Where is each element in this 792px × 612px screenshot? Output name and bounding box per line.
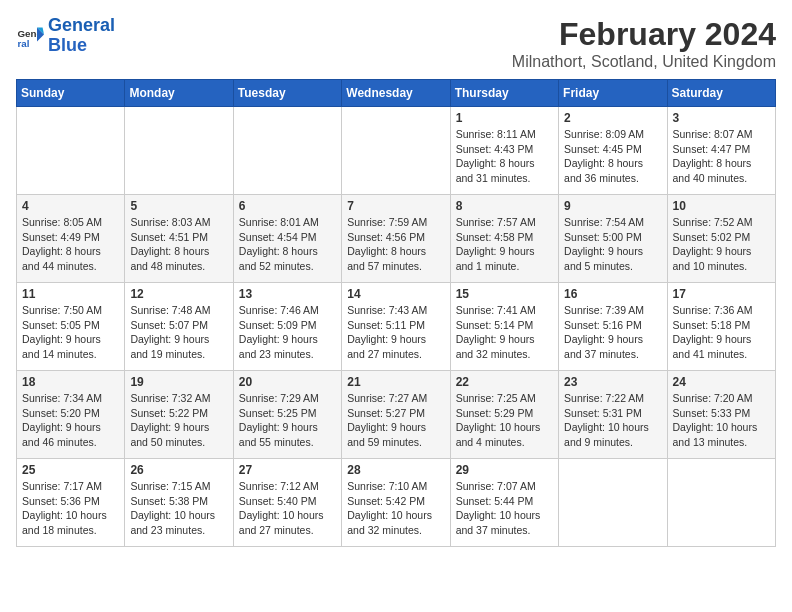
logo: Gene ral General Blue xyxy=(16,16,115,56)
day-info: Sunrise: 7:20 AMSunset: 5:33 PMDaylight:… xyxy=(673,391,770,450)
day-info: Sunrise: 7:57 AMSunset: 4:58 PMDaylight:… xyxy=(456,215,553,274)
page-header: Gene ral General Blue February 2024 Miln… xyxy=(16,16,776,71)
table-row: 10Sunrise: 7:52 AMSunset: 5:02 PMDayligh… xyxy=(667,195,775,283)
table-row: 15Sunrise: 7:41 AMSunset: 5:14 PMDayligh… xyxy=(450,283,558,371)
day-number: 23 xyxy=(564,375,661,389)
table-row: 29Sunrise: 7:07 AMSunset: 5:44 PMDayligh… xyxy=(450,459,558,547)
header-thursday: Thursday xyxy=(450,80,558,107)
logo-icon: Gene ral xyxy=(16,22,44,50)
day-number: 1 xyxy=(456,111,553,125)
header-saturday: Saturday xyxy=(667,80,775,107)
table-row: 17Sunrise: 7:36 AMSunset: 5:18 PMDayligh… xyxy=(667,283,775,371)
table-row: 27Sunrise: 7:12 AMSunset: 5:40 PMDayligh… xyxy=(233,459,341,547)
day-number: 22 xyxy=(456,375,553,389)
day-info: Sunrise: 8:03 AMSunset: 4:51 PMDaylight:… xyxy=(130,215,227,274)
day-number: 28 xyxy=(347,463,444,477)
day-info: Sunrise: 7:43 AMSunset: 5:11 PMDaylight:… xyxy=(347,303,444,362)
table-row xyxy=(667,459,775,547)
calendar-week-3: 11Sunrise: 7:50 AMSunset: 5:05 PMDayligh… xyxy=(17,283,776,371)
day-info: Sunrise: 7:29 AMSunset: 5:25 PMDaylight:… xyxy=(239,391,336,450)
table-row: 1Sunrise: 8:11 AMSunset: 4:43 PMDaylight… xyxy=(450,107,558,195)
day-number: 25 xyxy=(22,463,119,477)
day-number: 29 xyxy=(456,463,553,477)
day-info: Sunrise: 7:39 AMSunset: 5:16 PMDaylight:… xyxy=(564,303,661,362)
day-info: Sunrise: 7:59 AMSunset: 4:56 PMDaylight:… xyxy=(347,215,444,274)
day-info: Sunrise: 7:50 AMSunset: 5:05 PMDaylight:… xyxy=(22,303,119,362)
day-number: 13 xyxy=(239,287,336,301)
day-info: Sunrise: 7:07 AMSunset: 5:44 PMDaylight:… xyxy=(456,479,553,538)
day-number: 7 xyxy=(347,199,444,213)
day-info: Sunrise: 7:46 AMSunset: 5:09 PMDaylight:… xyxy=(239,303,336,362)
table-row: 19Sunrise: 7:32 AMSunset: 5:22 PMDayligh… xyxy=(125,371,233,459)
table-row: 26Sunrise: 7:15 AMSunset: 5:38 PMDayligh… xyxy=(125,459,233,547)
table-row: 13Sunrise: 7:46 AMSunset: 5:09 PMDayligh… xyxy=(233,283,341,371)
table-row: 12Sunrise: 7:48 AMSunset: 5:07 PMDayligh… xyxy=(125,283,233,371)
header-wednesday: Wednesday xyxy=(342,80,450,107)
day-number: 20 xyxy=(239,375,336,389)
day-info: Sunrise: 8:11 AMSunset: 4:43 PMDaylight:… xyxy=(456,127,553,186)
table-row: 25Sunrise: 7:17 AMSunset: 5:36 PMDayligh… xyxy=(17,459,125,547)
day-info: Sunrise: 7:22 AMSunset: 5:31 PMDaylight:… xyxy=(564,391,661,450)
table-row: 2Sunrise: 8:09 AMSunset: 4:45 PMDaylight… xyxy=(559,107,667,195)
day-info: Sunrise: 7:36 AMSunset: 5:18 PMDaylight:… xyxy=(673,303,770,362)
calendar-week-5: 25Sunrise: 7:17 AMSunset: 5:36 PMDayligh… xyxy=(17,459,776,547)
header-monday: Monday xyxy=(125,80,233,107)
title-area: February 2024 Milnathort, Scotland, Unit… xyxy=(512,16,776,71)
day-number: 15 xyxy=(456,287,553,301)
day-info: Sunrise: 7:41 AMSunset: 5:14 PMDaylight:… xyxy=(456,303,553,362)
table-row: 6Sunrise: 8:01 AMSunset: 4:54 PMDaylight… xyxy=(233,195,341,283)
day-number: 14 xyxy=(347,287,444,301)
day-info: Sunrise: 7:48 AMSunset: 5:07 PMDaylight:… xyxy=(130,303,227,362)
table-row xyxy=(342,107,450,195)
table-row: 11Sunrise: 7:50 AMSunset: 5:05 PMDayligh… xyxy=(17,283,125,371)
table-row xyxy=(17,107,125,195)
day-number: 2 xyxy=(564,111,661,125)
calendar-week-2: 4Sunrise: 8:05 AMSunset: 4:49 PMDaylight… xyxy=(17,195,776,283)
header-sunday: Sunday xyxy=(17,80,125,107)
day-number: 24 xyxy=(673,375,770,389)
table-row: 7Sunrise: 7:59 AMSunset: 4:56 PMDaylight… xyxy=(342,195,450,283)
table-row: 14Sunrise: 7:43 AMSunset: 5:11 PMDayligh… xyxy=(342,283,450,371)
day-info: Sunrise: 7:27 AMSunset: 5:27 PMDaylight:… xyxy=(347,391,444,450)
day-info: Sunrise: 8:05 AMSunset: 4:49 PMDaylight:… xyxy=(22,215,119,274)
calendar-week-4: 18Sunrise: 7:34 AMSunset: 5:20 PMDayligh… xyxy=(17,371,776,459)
day-info: Sunrise: 7:54 AMSunset: 5:00 PMDaylight:… xyxy=(564,215,661,274)
table-row xyxy=(559,459,667,547)
logo-line2: Blue xyxy=(48,35,87,55)
table-row: 8Sunrise: 7:57 AMSunset: 4:58 PMDaylight… xyxy=(450,195,558,283)
table-row: 4Sunrise: 8:05 AMSunset: 4:49 PMDaylight… xyxy=(17,195,125,283)
table-row: 23Sunrise: 7:22 AMSunset: 5:31 PMDayligh… xyxy=(559,371,667,459)
table-row: 9Sunrise: 7:54 AMSunset: 5:00 PMDaylight… xyxy=(559,195,667,283)
table-row: 21Sunrise: 7:27 AMSunset: 5:27 PMDayligh… xyxy=(342,371,450,459)
day-number: 5 xyxy=(130,199,227,213)
header-friday: Friday xyxy=(559,80,667,107)
table-row: 5Sunrise: 8:03 AMSunset: 4:51 PMDaylight… xyxy=(125,195,233,283)
calendar-header-row: Sunday Monday Tuesday Wednesday Thursday… xyxy=(17,80,776,107)
day-number: 6 xyxy=(239,199,336,213)
day-info: Sunrise: 7:52 AMSunset: 5:02 PMDaylight:… xyxy=(673,215,770,274)
day-info: Sunrise: 8:01 AMSunset: 4:54 PMDaylight:… xyxy=(239,215,336,274)
table-row: 18Sunrise: 7:34 AMSunset: 5:20 PMDayligh… xyxy=(17,371,125,459)
calendar-week-1: 1Sunrise: 8:11 AMSunset: 4:43 PMDaylight… xyxy=(17,107,776,195)
day-number: 4 xyxy=(22,199,119,213)
table-row: 3Sunrise: 8:07 AMSunset: 4:47 PMDaylight… xyxy=(667,107,775,195)
day-info: Sunrise: 7:12 AMSunset: 5:40 PMDaylight:… xyxy=(239,479,336,538)
day-info: Sunrise: 8:09 AMSunset: 4:45 PMDaylight:… xyxy=(564,127,661,186)
table-row: 28Sunrise: 7:10 AMSunset: 5:42 PMDayligh… xyxy=(342,459,450,547)
logo-name: General Blue xyxy=(48,16,115,56)
day-number: 10 xyxy=(673,199,770,213)
day-number: 3 xyxy=(673,111,770,125)
logo-line1: General xyxy=(48,15,115,35)
day-info: Sunrise: 8:07 AMSunset: 4:47 PMDaylight:… xyxy=(673,127,770,186)
day-number: 18 xyxy=(22,375,119,389)
table-row xyxy=(233,107,341,195)
day-info: Sunrise: 7:25 AMSunset: 5:29 PMDaylight:… xyxy=(456,391,553,450)
day-info: Sunrise: 7:15 AMSunset: 5:38 PMDaylight:… xyxy=(130,479,227,538)
table-row: 16Sunrise: 7:39 AMSunset: 5:16 PMDayligh… xyxy=(559,283,667,371)
day-number: 27 xyxy=(239,463,336,477)
svg-text:ral: ral xyxy=(17,38,29,49)
table-row xyxy=(125,107,233,195)
day-number: 19 xyxy=(130,375,227,389)
header-tuesday: Tuesday xyxy=(233,80,341,107)
day-number: 11 xyxy=(22,287,119,301)
